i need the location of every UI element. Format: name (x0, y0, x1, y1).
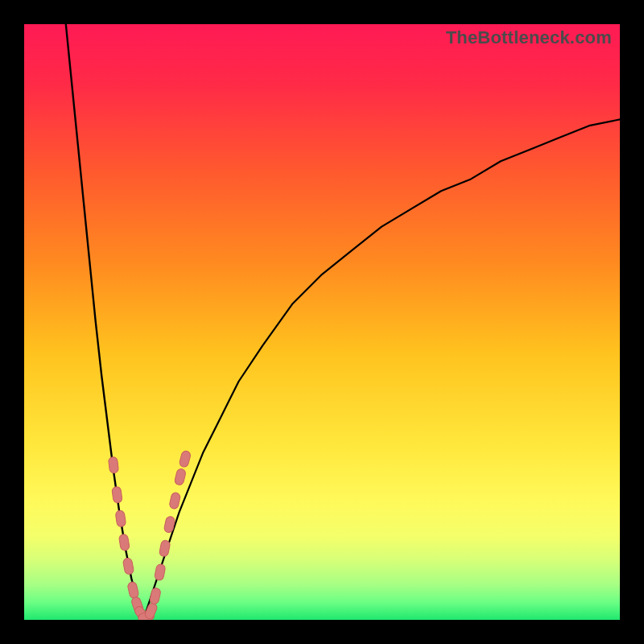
curve-left-branch (66, 24, 143, 620)
valley-marker (179, 450, 192, 468)
valley-marker (108, 456, 118, 473)
valley-markers (108, 450, 191, 620)
valley-marker (127, 581, 139, 599)
chart-frame: TheBottleneck.com (0, 0, 644, 644)
valley-marker (118, 534, 130, 551)
valley-marker (149, 587, 161, 605)
valley-marker (112, 486, 123, 503)
valley-marker (174, 468, 186, 485)
valley-marker (159, 539, 171, 557)
valley-marker (154, 564, 166, 581)
valley-marker (169, 492, 181, 510)
valley-marker (144, 602, 159, 620)
valley-marker (122, 558, 134, 576)
valley-marker (115, 510, 126, 526)
curve-right-branch (143, 119, 620, 620)
watermark-text: TheBottleneck.com (446, 27, 612, 48)
curve-layer (24, 24, 620, 620)
plot-area: TheBottleneck.com (24, 24, 620, 620)
